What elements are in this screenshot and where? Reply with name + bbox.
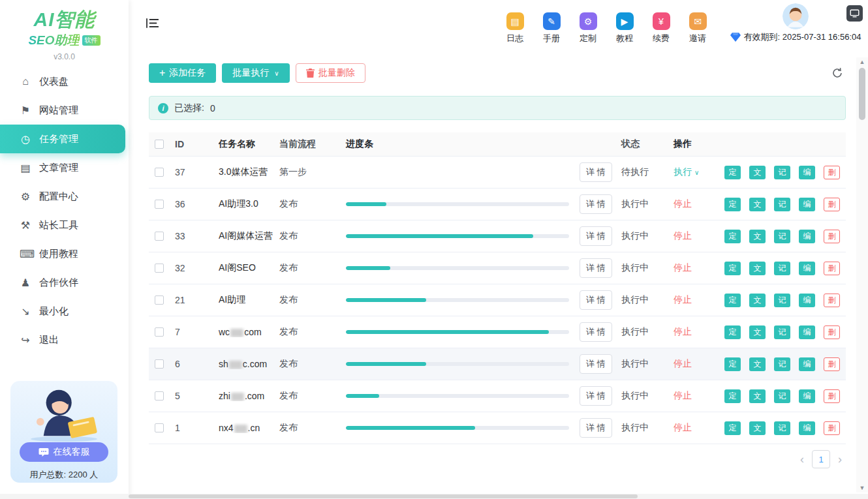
sidebar-item-config-center[interactable]: ⚙配置中心 (0, 182, 129, 211)
row-button-schedule[interactable]: 定 (724, 230, 741, 243)
detail-button[interactable]: 详 情 (580, 354, 612, 374)
quicklink-renew[interactable]: ¥续费 (650, 12, 672, 44)
row-button-article[interactable]: 文 (749, 357, 766, 371)
row-button-delete[interactable]: 删 (824, 325, 840, 339)
stop-link[interactable]: 停止 (674, 198, 692, 209)
row-button-delete[interactable]: 删 (824, 198, 840, 211)
row-button-delete[interactable]: 删 (824, 357, 840, 371)
detail-button[interactable]: 详 情 (580, 194, 612, 214)
sidebar-item-dashboard[interactable]: ⌂仪表盘 (0, 67, 129, 96)
row-button-edit[interactable]: 编 (799, 166, 815, 179)
row-button-delete[interactable]: 删 (824, 230, 840, 243)
execute-dropdown[interactable]: 执行 ∨ (674, 166, 699, 177)
refresh-button[interactable] (831, 67, 843, 79)
row-button-delete[interactable]: 删 (824, 389, 840, 403)
horizontal-scroll-thumb[interactable] (129, 494, 638, 498)
sidebar-item-logout[interactable]: ↪退出 (0, 325, 129, 354)
row-checkbox[interactable] (155, 232, 164, 241)
row-button-record[interactable]: 记 (774, 421, 790, 435)
row-button-schedule[interactable]: 定 (724, 198, 741, 211)
detail-button[interactable]: 详 情 (580, 418, 612, 438)
sidebar-item-task-management[interactable]: ◷任务管理 (0, 125, 125, 153)
detail-button[interactable]: 详 情 (580, 322, 612, 342)
scroll-up-arrow[interactable]: ▲ (856, 59, 868, 65)
stop-link[interactable]: 停止 (674, 422, 692, 432)
row-button-schedule[interactable]: 定 (724, 357, 741, 371)
vertical-scroll-thumb[interactable] (859, 68, 865, 120)
next-page-button[interactable]: › (838, 453, 842, 465)
row-checkbox[interactable] (155, 200, 164, 209)
sidebar-item-partners[interactable]: ♟合作伙伴 (0, 268, 129, 297)
row-button-record[interactable]: 记 (774, 294, 790, 307)
horizontal-scrollbar[interactable] (0, 494, 868, 499)
row-checkbox[interactable] (155, 295, 164, 305)
row-button-edit[interactable]: 编 (799, 325, 815, 339)
row-button-edit[interactable]: 编 (799, 421, 815, 435)
quicklink-invite[interactable]: ✉邀请 (687, 12, 709, 44)
scroll-down-arrow[interactable]: ▼ (856, 485, 868, 491)
prev-page-button[interactable]: ‹ (800, 453, 804, 465)
detail-button[interactable]: 详 情 (580, 386, 612, 406)
row-checkbox[interactable] (155, 264, 164, 273)
row-checkbox[interactable] (155, 359, 164, 369)
row-button-article[interactable]: 文 (749, 198, 766, 211)
row-button-delete[interactable]: 删 (824, 262, 840, 275)
row-button-schedule[interactable]: 定 (724, 166, 741, 179)
row-button-record[interactable]: 记 (774, 198, 790, 211)
detail-button[interactable]: 详 情 (580, 162, 612, 182)
row-button-record[interactable]: 记 (774, 262, 790, 275)
row-checkbox[interactable] (155, 327, 164, 337)
row-button-schedule[interactable]: 定 (724, 389, 741, 403)
detail-button[interactable]: 详 情 (580, 258, 612, 278)
row-button-edit[interactable]: 编 (799, 357, 815, 371)
select-all-checkbox[interactable] (155, 140, 164, 149)
sidebar-item-webmaster-tools[interactable]: ⚒站长工具 (0, 211, 129, 239)
row-button-schedule[interactable]: 定 (724, 294, 741, 307)
add-task-button[interactable]: + 添加任务 (149, 63, 216, 83)
row-button-article[interactable]: 文 (749, 325, 766, 339)
row-button-edit[interactable]: 编 (799, 294, 815, 307)
row-checkbox[interactable] (155, 168, 164, 177)
online-service-button[interactable]: 在线客服 (20, 442, 108, 462)
batch-execute-button[interactable]: 批量执行 ∨ (222, 63, 289, 83)
detail-button[interactable]: 详 情 (580, 226, 612, 246)
sidebar-item-tutorial[interactable]: ⌨使用教程 (0, 239, 129, 268)
stop-link[interactable]: 停止 (674, 294, 692, 305)
row-button-delete[interactable]: 删 (824, 166, 840, 179)
quicklink-custom[interactable]: ⚙定制 (577, 12, 599, 44)
row-button-record[interactable]: 记 (774, 357, 790, 371)
row-button-record[interactable]: 记 (774, 389, 790, 403)
row-button-edit[interactable]: 编 (799, 230, 815, 243)
row-button-schedule[interactable]: 定 (724, 262, 741, 275)
batch-delete-button[interactable]: 批量删除 (296, 63, 365, 83)
row-button-schedule[interactable]: 定 (724, 325, 741, 339)
row-button-article[interactable]: 文 (749, 294, 766, 307)
sidebar-item-minimize[interactable]: ↘最小化 (0, 297, 129, 325)
row-button-delete[interactable]: 删 (824, 421, 840, 435)
detail-button[interactable]: 详 情 (580, 290, 612, 310)
row-checkbox[interactable] (155, 391, 164, 401)
row-button-edit[interactable]: 编 (799, 198, 815, 211)
row-button-article[interactable]: 文 (749, 262, 766, 275)
stop-link[interactable]: 停止 (674, 358, 692, 369)
stop-link[interactable]: 停止 (674, 390, 692, 401)
row-button-schedule[interactable]: 定 (724, 421, 741, 435)
row-button-delete[interactable]: 删 (824, 294, 840, 307)
avatar[interactable] (783, 3, 809, 29)
row-button-record[interactable]: 记 (774, 166, 790, 179)
row-checkbox[interactable] (155, 423, 164, 432)
sidebar-item-article-management[interactable]: ▤文章管理 (0, 153, 129, 182)
row-button-edit[interactable]: 编 (799, 262, 815, 275)
stop-link[interactable]: 停止 (674, 262, 692, 273)
stop-link[interactable]: 停止 (674, 326, 692, 337)
quicklink-manual[interactable]: ✎手册 (540, 12, 563, 44)
row-button-article[interactable]: 文 (749, 421, 766, 435)
stop-link[interactable]: 停止 (674, 230, 692, 241)
current-page[interactable]: 1 (812, 450, 830, 468)
row-button-record[interactable]: 记 (774, 230, 790, 243)
row-button-article[interactable]: 文 (749, 389, 766, 403)
row-button-article[interactable]: 文 (749, 166, 766, 179)
sidebar-collapse-button[interactable] (146, 18, 159, 28)
sidebar-item-site-management[interactable]: ⚑网站管理 (0, 96, 129, 125)
quicklink-tutorial[interactable]: ▶教程 (613, 12, 636, 44)
